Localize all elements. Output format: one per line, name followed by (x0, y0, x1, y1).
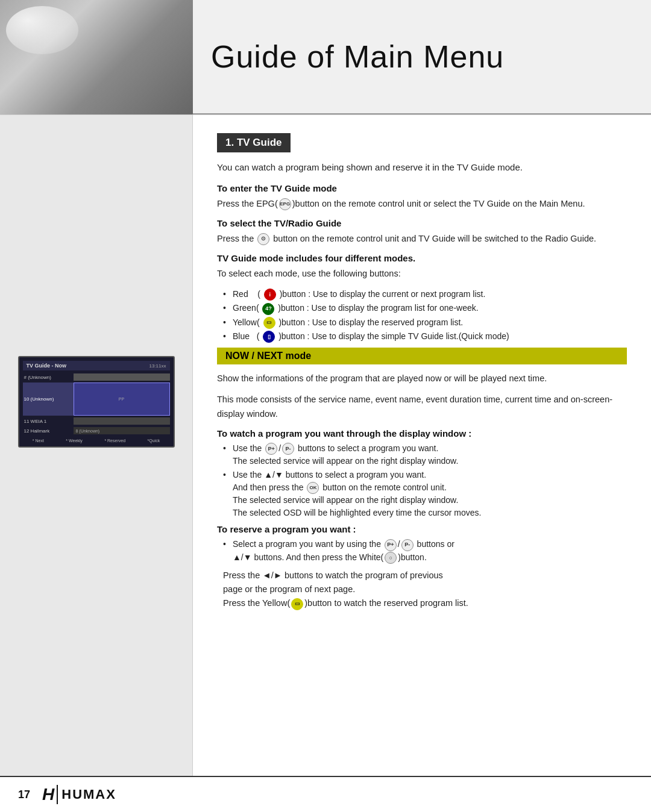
tv-guide-footer-btn: * Reserved (104, 439, 125, 443)
reserve-program-title: To reserve a program you want : (217, 524, 627, 534)
left-sidebar: TV Guide - Now 13:11xx # (Unknown) 10 (U… (0, 115, 193, 776)
tv-guide-screen-time: 13:11xx (149, 363, 166, 369)
tv-guide-row: # (Unknown) (23, 373, 170, 381)
four-modes-intro: To select each mode, use the following b… (217, 267, 627, 281)
page-title: Guide of Main Menu (211, 39, 504, 75)
p-minus-icon: P- (282, 443, 294, 455)
main-content: TV Guide - Now 13:11xx # (Unknown) 10 (U… (0, 114, 651, 776)
brand-logo-h: H (42, 785, 58, 804)
enter-tv-guide-text: Press the EPG(EPG)button on the remote c… (217, 197, 627, 211)
header-title-area: Guide of Main Menu (193, 0, 651, 114)
right-content: 1. TV Guide You can watch a program bein… (193, 115, 651, 776)
radio-button-icon: ⊙ (257, 233, 269, 245)
page-number: 17 (18, 789, 30, 801)
top-header: Guide of Main Menu (0, 0, 651, 114)
tv-guide-footer-btn: * Weekly (66, 439, 83, 443)
yellow-button-icon2: ▭ (291, 598, 303, 610)
brand-logo: H HUMAX (42, 785, 116, 804)
reserve-program-list: Select a program you want by using the P… (223, 538, 627, 564)
now-next-intro2: This mode consists of the service name, … (217, 393, 627, 420)
four-modes-title: TV Guide mode includes four different mo… (217, 253, 627, 263)
tv-guide-row-label: 10 (Unknown) (23, 396, 71, 402)
list-item: Green( 4? )button : Use to display the p… (223, 302, 627, 314)
watch-program-list: Use the P+/P- buttons to select a progra… (223, 442, 627, 520)
tv-guide-row-label: # (Unknown) (23, 375, 71, 380)
watch-program-title: To watch a program you want through the … (217, 428, 627, 439)
reserve-program-text: Press the ◄/► buttons to watch the progr… (223, 569, 627, 611)
yellow-button-icon: ▭ (263, 317, 275, 329)
page-footer: 17 H HUMAX (0, 776, 651, 812)
list-item: Use the ▲/▼ buttons to select a program … (223, 469, 627, 519)
select-tv-radio-title: To select the TV/Radio Guide (217, 218, 627, 228)
tv-guide-row-label: 11 WEIA 1 (23, 419, 71, 424)
green-button-icon: 4? (262, 303, 274, 315)
enter-tv-guide-title: To enter the TV Guide mode (217, 183, 627, 193)
now-next-intro1: Show the informations of the program tha… (217, 372, 627, 386)
red-button-icon: i (264, 289, 276, 301)
list-item: Select a program you want by using the P… (223, 538, 627, 564)
list-item: Red ( i )button : Use to display the cur… (223, 288, 627, 301)
tv-guide-row: 10 (Unknown) PP (23, 383, 170, 416)
tv-guide-row: 11 WEIA 1 (23, 417, 170, 425)
select-tv-radio-text: Press the ⊙ button on the remote control… (217, 232, 627, 246)
blue-button-icon: ▯ (263, 331, 275, 343)
epg-button-icon: EPG (279, 198, 291, 210)
list-item: Blue ( ▯ )button : Use to display the si… (223, 330, 627, 343)
p-plus-icon: P+ (265, 443, 277, 455)
tv-guide-screen-mock: TV Guide - Now 13:11xx # (Unknown) 10 (U… (18, 356, 175, 448)
tv-guide-row-label: 12 Hallmark (23, 428, 71, 434)
ok-button-icon: OK (307, 482, 319, 494)
now-next-header: NOW / NEXT mode (217, 348, 627, 364)
tv-guide-footer-btn: * Next (33, 439, 44, 443)
tv-guide-footer-btn: *Quick (148, 439, 160, 443)
tv-guide-row: 12 Hallmark 8 (Unknown) (23, 426, 170, 435)
tv-guide-intro: You can watch a program being shown and … (217, 161, 627, 175)
tv-guide-screen-title: TV Guide - Now (27, 363, 67, 369)
header-decoration (0, 0, 193, 114)
list-item: Use the P+/P- buttons to select a progra… (223, 442, 627, 467)
brand-logo-text: HUMAX (61, 787, 116, 802)
p-plus-icon2: P+ (385, 539, 397, 551)
list-item: Yellow( ▭ )button : Use to display the r… (223, 316, 627, 329)
section-header-tv-guide: 1. TV Guide (217, 133, 291, 152)
p-minus-icon2: P- (401, 539, 414, 551)
four-modes-list: Red ( i )button : Use to display the cur… (223, 288, 627, 343)
white-button-icon: ○ (385, 552, 397, 564)
